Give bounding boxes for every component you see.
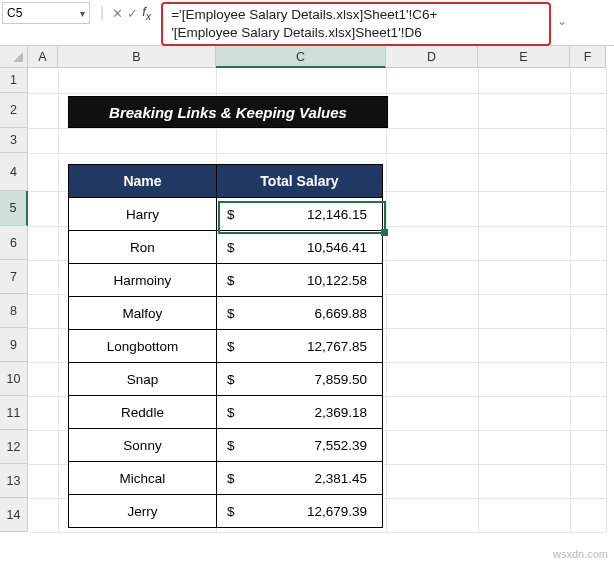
salary-cell[interactable]: $7,552.39 xyxy=(217,429,383,462)
name-cell[interactable]: Harry xyxy=(69,198,217,231)
watermark: wsxdn.com xyxy=(553,548,608,560)
table-row: Malfoy$6,669.88 xyxy=(69,297,383,330)
row-head-11[interactable]: 11 xyxy=(0,396,28,430)
header-name: Name xyxy=(69,165,217,198)
col-head-A[interactable]: A xyxy=(28,46,58,68)
row-head-8[interactable]: 8 xyxy=(0,294,28,328)
table-row: Snap$7,859.50 xyxy=(69,363,383,396)
data-table: Name Total Salary Harry$12,146.15Ron$10,… xyxy=(68,164,383,528)
page-title-text: Breaking Links & Keeping Values xyxy=(109,104,347,121)
separator: | xyxy=(100,4,104,22)
confirm-icon[interactable]: ✓ xyxy=(125,6,140,21)
salary-cell[interactable]: $2,381.45 xyxy=(217,462,383,495)
row-head-6[interactable]: 6 xyxy=(0,226,28,260)
name-cell[interactable]: Jerry xyxy=(69,495,217,528)
table-row: Ron$10,546.41 xyxy=(69,231,383,264)
salary-cell[interactable]: $12,679.39 xyxy=(217,495,383,528)
col-head-D[interactable]: D xyxy=(386,46,478,68)
row-head-4[interactable]: 4 xyxy=(0,153,28,191)
salary-cell[interactable]: $7,859.50 xyxy=(217,363,383,396)
formula-text-line2: '[Employee Salary Details.xlsx]Sheet1'!D… xyxy=(171,24,541,42)
row-head-7[interactable]: 7 xyxy=(0,260,28,294)
salary-cell[interactable]: $2,369.18 xyxy=(217,396,383,429)
fx-icon[interactable]: fx xyxy=(140,4,157,22)
col-head-F[interactable]: F xyxy=(570,46,606,68)
table-row: Harmoiny$10,122.58 xyxy=(69,264,383,297)
name-box-value: C5 xyxy=(7,6,22,20)
name-cell[interactable]: Ron xyxy=(69,231,217,264)
formula-bar: C5 ▾ | ✕ ✓ fx ='[Employee Salary Details… xyxy=(0,0,614,46)
name-cell[interactable]: Reddle xyxy=(69,396,217,429)
table-row: Michcal$2,381.45 xyxy=(69,462,383,495)
row-head-3[interactable]: 3 xyxy=(0,128,28,153)
name-cell[interactable]: Longbottom xyxy=(69,330,217,363)
table-row: Sonny$7,552.39 xyxy=(69,429,383,462)
header-salary: Total Salary xyxy=(217,165,383,198)
name-cell[interactable]: Harmoiny xyxy=(69,264,217,297)
name-cell[interactable]: Malfoy xyxy=(69,297,217,330)
column-headers: ABCDEF xyxy=(28,46,614,68)
name-box[interactable]: C5 ▾ xyxy=(2,2,90,24)
formula-text-line1: ='[Employee Salary Details.xlsx]Sheet1'!… xyxy=(171,6,541,24)
salary-cell[interactable]: $12,146.15 xyxy=(217,198,383,231)
salary-cell[interactable]: $12,767.85 xyxy=(217,330,383,363)
row-head-14[interactable]: 14 xyxy=(0,498,28,532)
select-all-corner[interactable] xyxy=(0,46,28,68)
name-cell[interactable]: Sonny xyxy=(69,429,217,462)
formula-input[interactable]: ='[Employee Salary Details.xlsx]Sheet1'!… xyxy=(161,2,551,46)
chevron-down-icon[interactable]: ▾ xyxy=(80,8,85,19)
salary-cell[interactable]: $10,546.41 xyxy=(217,231,383,264)
page-title: Breaking Links & Keeping Values xyxy=(68,96,388,128)
row-head-2[interactable]: 2 xyxy=(0,93,28,128)
salary-cell[interactable]: $10,122.58 xyxy=(217,264,383,297)
expand-formula-icon[interactable]: ⌄ xyxy=(557,14,567,28)
grid-area[interactable]: Breaking Links & Keeping Values Name Tot… xyxy=(28,68,614,562)
row-head-9[interactable]: 9 xyxy=(0,328,28,362)
row-headers: 1234567891011121314 xyxy=(0,68,28,562)
col-head-E[interactable]: E xyxy=(478,46,570,68)
row-head-13[interactable]: 13 xyxy=(0,464,28,498)
row-head-1[interactable]: 1 xyxy=(0,68,28,93)
table-row: Jerry$12,679.39 xyxy=(69,495,383,528)
row-head-12[interactable]: 12 xyxy=(0,430,28,464)
col-head-B[interactable]: B xyxy=(58,46,216,68)
formula-buttons: | ✕ ✓ fx xyxy=(94,2,157,24)
row-head-10[interactable]: 10 xyxy=(0,362,28,396)
cancel-icon[interactable]: ✕ xyxy=(110,6,125,21)
table-row: Harry$12,146.15 xyxy=(69,198,383,231)
table-header-row: Name Total Salary xyxy=(69,165,383,198)
table-row: Reddle$2,369.18 xyxy=(69,396,383,429)
table-row: Longbottom$12,767.85 xyxy=(69,330,383,363)
name-cell[interactable]: Michcal xyxy=(69,462,217,495)
salary-cell[interactable]: $6,669.88 xyxy=(217,297,383,330)
row-head-5[interactable]: 5 xyxy=(0,191,28,226)
name-cell[interactable]: Snap xyxy=(69,363,217,396)
col-head-C[interactable]: C xyxy=(216,46,386,68)
